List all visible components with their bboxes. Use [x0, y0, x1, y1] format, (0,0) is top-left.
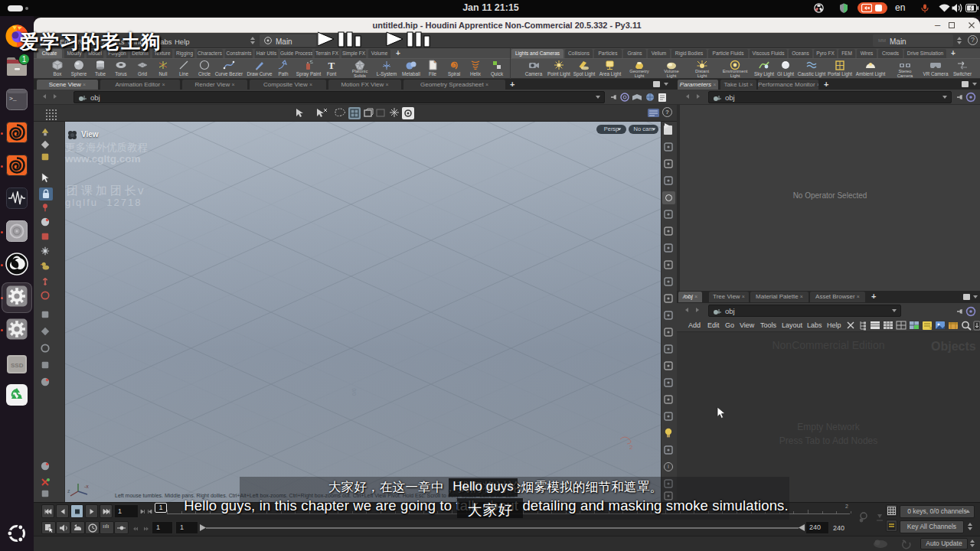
- svg-text:0/0: 0/0: [351, 388, 357, 396]
- svg-text:-x: -x: [84, 484, 89, 489]
- svg-text:2: 2: [629, 444, 633, 451]
- svg-text:z: z: [67, 488, 70, 494]
- svg-text:SSD: SSD: [11, 362, 24, 369]
- svg-text:T: T: [328, 60, 335, 70]
- svg-text:>_: >_: [9, 95, 17, 102]
